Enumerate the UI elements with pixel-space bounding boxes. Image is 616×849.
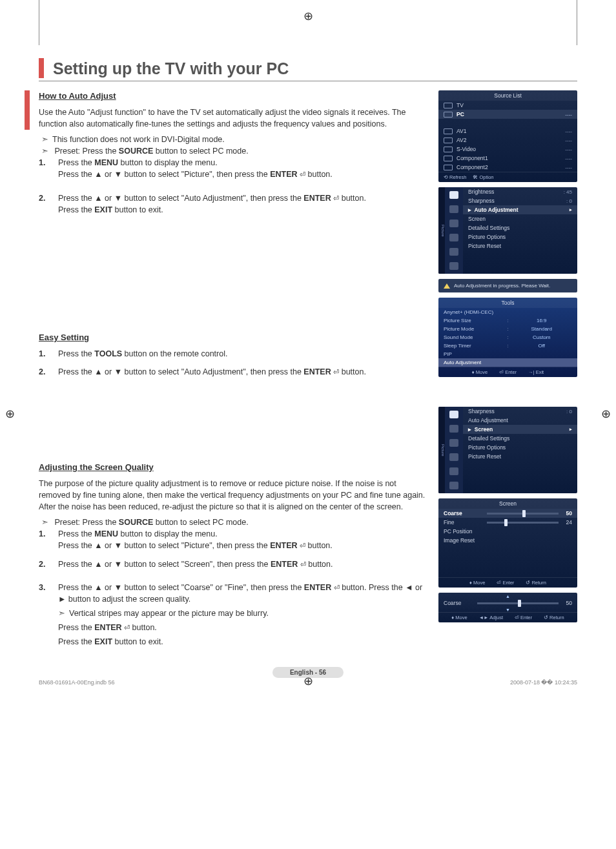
slider-thumb [518,600,521,607]
warning-icon [444,283,450,289]
app-icon [449,482,458,489]
section-heading: How to Auto Adjust [39,90,426,103]
osd-menu-item: Coarse50 [438,509,577,518]
osd-menu-item: PIP [438,350,577,358]
slider-track [477,602,559,604]
osd-source-item: TV [438,101,577,110]
source-icon [444,103,453,108]
osd-title: Screen [438,498,577,509]
osd-title: Tools [438,298,577,308]
osd-menu-item: Picture Options [463,232,577,241]
osd-tab-label: Picture [438,407,445,493]
title-accent-bar [39,58,44,78]
step-item: 2. Press the ▲ or ▼ button to select "Au… [58,366,426,378]
step-item: 2. Press the ▲ or ▼ button to select "Sc… [58,558,426,570]
source-icon [444,147,453,152]
osd-menu-item: Anynet+ (HDMI-CEC) [438,308,577,316]
osd-tab-label: Picture [438,187,445,274]
osd-menu-item: Auto Adjustment [463,416,577,425]
enter-icon: ⏎ [333,194,339,202]
section-heading: Easy Setting [39,332,426,344]
slider-track [487,522,559,524]
osd-footer-hint: ⏎ Enter [497,580,514,586]
doc-filename: BN68-01691A-00Eng.indb 56 [39,679,115,686]
osd-menu-item: Sharpness: 0 [463,407,577,416]
app-icon [449,262,458,270]
source-icon [444,165,453,170]
info-icon [449,425,458,433]
osd-title: Source List [438,90,577,101]
osd-coarse-adjust: ▲ Coarse 50 ▼ ♦ Move◄► Adjust⏎ Enter↺ Re… [438,593,577,622]
osd-footer-hint: ⟲ Refresh [444,174,466,180]
intro-text: Use the Auto "Adjust function" to have t… [39,107,426,130]
step-item: 1. Press the TOOLS button on the remote … [58,348,426,360]
osd-picture-menu: Picture Sharpness: 0Auto Adjustment ▸ Sc… [438,407,577,493]
enter-icon: ⏎ [124,624,130,631]
osd-footer-hint: ⏎ Enter [499,369,517,375]
osd-menu-item: Sound Mode:Custom [438,333,577,342]
osd-footer-hint: ↺ Return [526,580,546,586]
document-footer: BN68-01691A-00Eng.indb 56 2008-07-18 �� … [39,679,577,686]
monitor-icon [449,411,458,418]
osd-menu-item: Fine24 [438,518,577,527]
osd-footer-hint: ⏎ Enter [515,615,532,620]
osd-footer-hint: ◄► Adjust [479,615,503,620]
slider-thumb [504,519,508,526]
input-icon [449,248,458,256]
up-arrow-icon: ▲ [438,593,577,598]
osd-source-item: AV2---- [438,136,577,145]
slider-thumb [522,510,526,517]
gear-icon [449,453,458,461]
osd-menu-item: Brightness: 45 [463,187,577,196]
info-icon [449,205,458,213]
osd-info-bar: Auto Adjustment in progress. Please Wait… [438,279,577,292]
osd-footer-hint: 🛠 Option [473,174,493,180]
osd-menu-item: Sleep Timer:Off [438,342,577,350]
osd-footer-hint: →| Exit [528,369,544,375]
osd-screen-menu: Screen Coarse50Fine24PC PositionImage Re… [438,498,577,588]
page-title-row: Setting up the TV with your PC [39,58,577,81]
note-item: Preset: Press the SOURCE button to selec… [53,517,426,528]
osd-tools-menu: Tools Anynet+ (HDMI-CEC) Picture Size:16… [438,298,577,377]
osd-footer-hint: ↺ Return [544,615,564,620]
intro-text: The purpose of the picture quality adjus… [39,478,426,513]
osd-menu-item: Sharpness: 0 [463,196,577,205]
note-item: Vertical stripes may appear or the pictu… [70,608,426,619]
source-icon [444,138,453,143]
step-item: 3. Press the ▲ or ▼ button to select "Co… [58,582,426,648]
osd-menu-item: PC Position [438,527,577,536]
page-title: Setting up the TV with your PC [53,58,289,78]
osd-source-item: Component1---- [438,154,577,163]
osd-menu-item: Picture Options [463,443,577,452]
step-item: 1. Press the MENU button to display the … [58,528,426,551]
osd-menu-item: Auto Adjustment [438,358,577,367]
osd-footer-hint: ♦ Move [451,615,467,620]
source-icon [444,156,453,161]
osd-menu-item: Picture Size:16:9 [438,316,577,325]
input-icon [449,467,458,475]
monitor-icon [449,191,458,199]
slider-track [487,513,559,515]
osd-menu-item: Picture Mode:Standard [438,325,577,333]
osd-source-list: Source List TVPC----AV1----AV2----S-Vide… [438,90,577,182]
enter-icon: ⏎ [300,542,305,549]
osd-source-item: PC---- [438,110,577,119]
osd-menu-item: Picture Reset [463,241,577,251]
osd-footer-hint: ♦ Move [469,580,485,586]
osd-source-item: AV1---- [438,127,577,136]
osd-source-item: Component2---- [438,163,577,172]
source-icon [444,128,453,134]
osd-slider-row: Coarse 50 [438,598,577,608]
osd-source-item: S-Video---- [438,145,577,154]
down-arrow-icon: ▼ [438,608,577,612]
osd-menu-item: ▸ Auto Adjustment▸ [463,205,577,214]
step-item: 2. Press the ▲ or ▼ button to select "Au… [58,192,426,216]
speaker-icon [449,439,458,447]
enter-icon: ⏎ [300,170,305,178]
source-icon [444,112,453,118]
osd-menu-item: Image Reset [438,536,577,545]
info-text: Auto Adjustment in progress. Please Wait… [454,283,550,289]
osd-icon-strip [445,407,463,493]
step-item: 1. Press the MENU button to display the … [58,157,426,180]
note-item: This function does not work in DVI-Digit… [53,134,426,145]
